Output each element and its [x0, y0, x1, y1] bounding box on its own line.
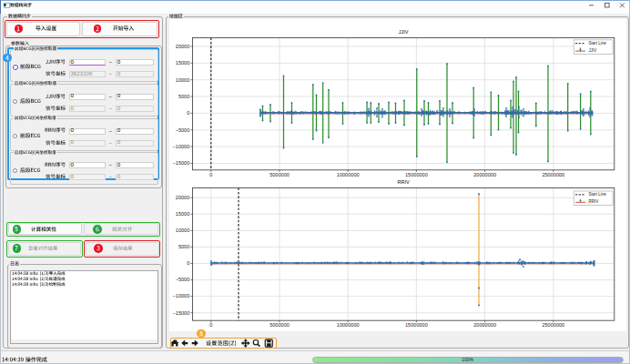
- svg-text:5000000: 5000000: [269, 171, 290, 177]
- svg-text:25000000: 25000000: [542, 171, 564, 177]
- svg-text:10000000: 10000000: [337, 322, 360, 328]
- svg-text:10000: 10000: [176, 76, 190, 82]
- svg-text:15000: 15000: [176, 60, 190, 66]
- svg-text:0: 0: [187, 260, 189, 266]
- svg-text:5000: 5000: [178, 244, 189, 249]
- svg-text:15000000: 15000000: [405, 322, 428, 328]
- svg-text:−10000: −10000: [173, 293, 190, 298]
- svg-text:RRIV: RRIV: [588, 198, 598, 203]
- svg-text:0: 0: [209, 171, 212, 177]
- svg-text:−5000: −5000: [176, 126, 190, 132]
- svg-text:JJIV: JJIV: [399, 29, 409, 35]
- svg-text:−15000: −15000: [173, 160, 190, 166]
- svg-text:5000: 5000: [178, 93, 189, 98]
- svg-text:0: 0: [187, 110, 189, 116]
- svg-text:20000000: 20000000: [473, 171, 496, 177]
- svg-text:−15000: −15000: [173, 309, 190, 315]
- svg-text:5000000: 5000000: [269, 322, 290, 328]
- svg-text:15000: 15000: [176, 211, 190, 217]
- svg-text:10000000: 10000000: [337, 171, 360, 177]
- svg-text:Start Line: Start Line: [588, 192, 606, 197]
- svg-text:15000000: 15000000: [405, 171, 428, 177]
- svg-text:JJIV: JJIV: [588, 47, 596, 52]
- svg-text:0: 0: [209, 322, 212, 328]
- svg-text:20000000: 20000000: [473, 322, 496, 328]
- svg-text:Start Line: Start Line: [588, 41, 606, 46]
- svg-text:25000000: 25000000: [542, 322, 564, 328]
- svg-text:−10000: −10000: [173, 144, 190, 149]
- svg-text:20000: 20000: [176, 43, 190, 48]
- svg-text:RRIV: RRIV: [397, 179, 410, 185]
- svg-text:10000: 10000: [176, 228, 190, 233]
- svg-text:−5000: −5000: [176, 277, 190, 282]
- svg-text:20000: 20000: [176, 195, 190, 200]
